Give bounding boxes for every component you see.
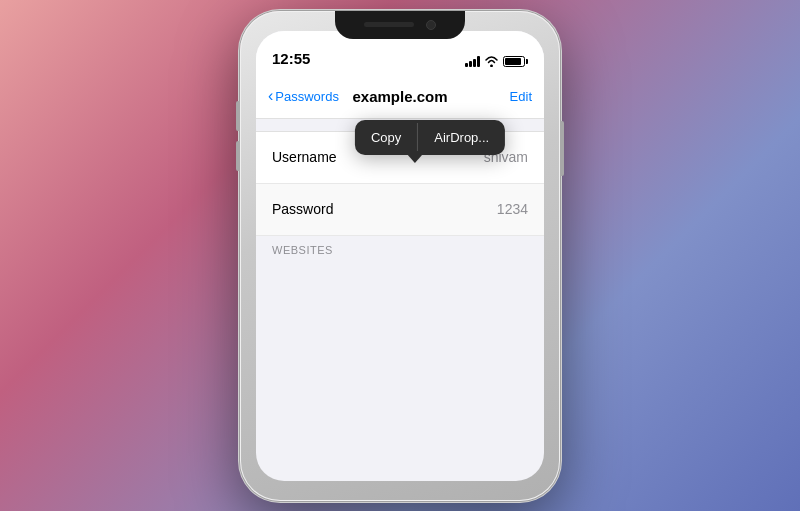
status-icons [465, 56, 528, 69]
volume-up-button[interactable] [236, 101, 240, 131]
wifi-icon [484, 56, 499, 67]
content-area: Username Copy AirDrop... shivam [256, 119, 544, 260]
airdrop-menu-item[interactable]: AirDrop... [418, 120, 505, 155]
password-value: 1234 [497, 201, 528, 217]
speaker [364, 22, 414, 27]
menu-arrow [407, 154, 423, 163]
edit-button[interactable]: Edit [510, 89, 532, 104]
context-menu: Copy AirDrop... [355, 120, 505, 155]
back-label: Passwords [275, 89, 339, 104]
username-label: Username [272, 149, 337, 165]
nav-title: example.com [352, 88, 447, 105]
signal-icon [465, 56, 480, 67]
back-button[interactable]: ‹ Passwords [268, 89, 339, 104]
power-button[interactable] [560, 121, 564, 176]
front-camera [426, 20, 436, 30]
battery-icon [503, 56, 528, 67]
phone-frame: 12:55 [240, 11, 560, 501]
scene: 12:55 [0, 0, 800, 511]
websites-section-label: WEBSITES [256, 236, 544, 260]
status-time: 12:55 [272, 50, 310, 69]
password-label: Password [272, 201, 333, 217]
copy-menu-item[interactable]: Copy [355, 120, 417, 155]
screen: 12:55 [256, 31, 544, 481]
username-row[interactable]: Username Copy AirDrop... shivam [256, 132, 544, 184]
password-row[interactable]: Password 1234 [256, 184, 544, 236]
volume-down-button[interactable] [236, 141, 240, 171]
credentials-section: Username Copy AirDrop... shivam [256, 131, 544, 236]
notch [335, 11, 465, 39]
nav-bar: ‹ Passwords example.com Edit [256, 75, 544, 119]
back-arrow-icon: ‹ [268, 88, 273, 104]
